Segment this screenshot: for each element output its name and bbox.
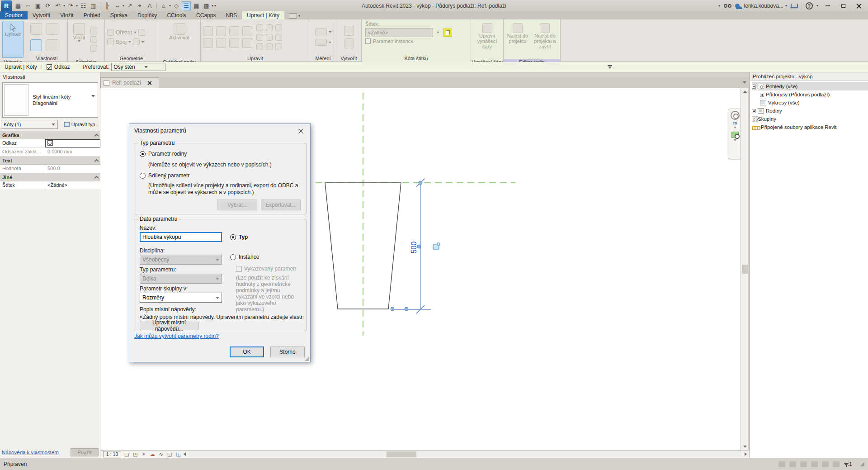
tab-vlozit[interactable]: Vložit xyxy=(55,11,78,19)
property-row-odkaz[interactable]: Odkaz xyxy=(0,139,100,148)
design-options-icon[interactable] xyxy=(800,461,807,467)
odkaz-value-checkbox[interactable] xyxy=(47,140,53,146)
vertical-scroll-thumb[interactable] xyxy=(742,265,748,274)
mirror-pick-icon[interactable] xyxy=(229,26,239,36)
unpin-icon[interactable] xyxy=(256,43,263,50)
zoom-region-icon[interactable] xyxy=(731,132,739,138)
dialog-close-button[interactable] xyxy=(291,124,310,138)
rendering-icon[interactable]: ∿ xyxy=(158,451,164,457)
tree-item-linked-files[interactable]: Připojené soubory aplikace Revit xyxy=(752,123,868,131)
dimension-value-text[interactable]: 500 xyxy=(410,242,418,254)
activate-controls-button[interactable]: Aktivovat xyxy=(167,21,192,58)
restore-button[interactable] xyxy=(837,2,849,10)
account-menu[interactable]: lenka.koubova...▾ xyxy=(735,3,787,9)
tree-item-rodiny[interactable]: Rodiny xyxy=(752,107,868,115)
sync-icon[interactable]: ⟳ xyxy=(43,1,52,10)
type-properties-icon[interactable] xyxy=(30,23,42,35)
export-shared-button[interactable]: Exportovat... xyxy=(261,199,301,210)
copy-tool-icon[interactable] xyxy=(216,38,226,48)
radio-typ-icon[interactable] xyxy=(230,234,236,240)
search-icon[interactable] xyxy=(724,4,731,8)
cut-icon[interactable] xyxy=(90,28,97,34)
create-similar-icon[interactable] xyxy=(344,38,354,48)
crop-view-icon[interactable]: ◱ xyxy=(166,451,173,457)
aligned-dimension-icon[interactable]: ↔ xyxy=(113,1,122,10)
default-3d-view-icon[interactable]: ⌂ xyxy=(159,1,168,10)
type-selector-dropdown-icon[interactable] xyxy=(91,97,98,103)
preferovat-select[interactable]: Osy stěn xyxy=(111,63,165,71)
scale-icon[interactable] xyxy=(266,34,273,41)
properties-help-link[interactable]: Nápověda k vlastnostem xyxy=(2,450,59,455)
offset-icon[interactable] xyxy=(216,26,226,36)
create-parameter-icon[interactable] xyxy=(443,28,452,37)
property-row-odsazeni[interactable]: Odsazení zákla... 0.0000 mm xyxy=(0,148,100,157)
horizontal-scrollbar[interactable] xyxy=(189,451,741,458)
dimension-pin-icon[interactable]: ╟ xyxy=(103,1,112,10)
dimension-grip-top[interactable] xyxy=(419,181,422,185)
new-file-icon[interactable]: ▤ xyxy=(14,1,23,10)
dimension-label-icon[interactable] xyxy=(433,243,439,249)
dimension-dropdown-icon[interactable]: ▾ xyxy=(123,4,124,8)
minimize-button[interactable] xyxy=(822,2,834,10)
scroll-up-icon[interactable] xyxy=(741,88,749,95)
radio-parametr-rodiny[interactable]: Parametr rodiny xyxy=(140,151,187,157)
customize-qat-icon[interactable]: ▾ xyxy=(214,4,216,8)
witness-grip-1[interactable] xyxy=(391,307,394,311)
radio-shared-icon[interactable] xyxy=(140,173,146,179)
tree-item-pohledy[interactable]: Pohledy (vše) xyxy=(752,82,868,90)
horizontal-scroll-thumb[interactable] xyxy=(387,451,416,457)
properties-palette-icon[interactable] xyxy=(30,39,42,51)
revit-logo-icon[interactable]: R xyxy=(1,0,12,11)
radio-sdileny-parametr[interactable]: Sdílený parametr xyxy=(140,172,189,179)
expand-tree-icon[interactable] xyxy=(752,109,756,113)
wheel-dropdown-icon[interactable] xyxy=(734,127,736,128)
section-grafika[interactable]: Grafika xyxy=(0,131,100,139)
tab-nbs[interactable]: NBS xyxy=(221,11,242,19)
edit-tooltip-button[interactable]: Upravit místní nápovědu... xyxy=(140,321,198,330)
thin-lines-icon[interactable]: ☰ xyxy=(182,1,191,10)
dimension-text-grip[interactable] xyxy=(417,245,421,248)
dialog-title-bar[interactable]: Vlastnosti parametrů xyxy=(129,124,310,138)
dialog-resize-grip[interactable] xyxy=(305,356,309,361)
property-row-stitek[interactable]: Štítek <Žádné> xyxy=(0,181,100,190)
tree-item-pudorysy[interactable]: Půdorysy (Půdorys podlaží) xyxy=(752,90,868,99)
undo-dropdown-icon[interactable]: ▾ xyxy=(63,4,65,8)
odkaz-checkbox[interactable] xyxy=(47,64,52,70)
section-icon[interactable]: ◇ xyxy=(172,1,181,10)
undo-icon[interactable]: ↶ xyxy=(53,1,62,10)
unjoin-dropdown-icon[interactable] xyxy=(142,41,144,43)
scroll-right-icon[interactable] xyxy=(741,451,750,458)
collapse-tree-icon[interactable] xyxy=(752,85,756,89)
cut-dropdown-icon[interactable] xyxy=(134,32,137,33)
cut-geometry-label[interactable]: Ořezat xyxy=(116,29,132,36)
mirror-draw-icon[interactable] xyxy=(242,26,252,36)
radio-typ[interactable]: Typ xyxy=(230,234,248,240)
delete-constraint-icon[interactable] xyxy=(275,24,282,31)
delete-icon[interactable] xyxy=(275,43,282,50)
select-shared-button[interactable]: Vybrat... xyxy=(217,199,257,210)
help-dropdown-icon[interactable]: ▾ xyxy=(816,4,818,8)
reporting-parameter-row[interactable]: Vykazovaný parametr xyxy=(236,266,297,272)
worksets-icon[interactable] xyxy=(778,461,785,467)
crop-region-icon[interactable]: ◫ xyxy=(175,451,181,457)
editing-requests-icon[interactable] xyxy=(789,461,796,467)
ribbon-display-toggle[interactable]: ▾ xyxy=(289,13,300,19)
tab-ccapps[interactable]: CCapps xyxy=(191,11,221,19)
tab-sprava[interactable]: Správa xyxy=(105,11,132,19)
array-icon[interactable] xyxy=(256,34,263,41)
param-type-select[interactable]: Délka xyxy=(140,274,222,284)
export-pdf-icon[interactable]: ▥ xyxy=(89,1,98,10)
radio-family-icon[interactable] xyxy=(140,151,146,157)
modify-icon[interactable]: ↗ xyxy=(125,1,134,10)
close-hidden-windows-icon[interactable]: ▦ xyxy=(192,1,201,10)
tab-doplnky[interactable]: Doplňky xyxy=(132,11,162,19)
radio-instance[interactable]: Instance xyxy=(230,254,259,260)
dialog-help-link[interactable]: Jak můžu vytvořit parametry rodin? xyxy=(134,333,219,339)
view-scale[interactable]: 1 : 10 xyxy=(103,451,121,457)
text-icon[interactable]: A xyxy=(145,1,154,10)
tab-cctools[interactable]: CCtools xyxy=(162,11,191,19)
steering-wheel-icon[interactable] xyxy=(731,111,740,120)
expand-tree-icon[interactable] xyxy=(760,93,764,97)
group-param-select[interactable]: Rozměry xyxy=(140,293,222,303)
paste-button[interactable]: Vložit xyxy=(70,21,88,58)
